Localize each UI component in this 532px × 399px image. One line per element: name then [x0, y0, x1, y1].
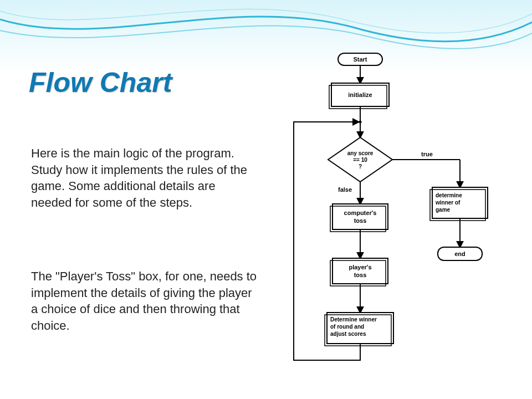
flowchart: Start initialize any score == 10 ?: [272, 50, 515, 382]
paragraph-2: The "Player's Toss" box, for one, needs …: [31, 268, 258, 334]
slide-title: Flow Chart: [29, 66, 172, 99]
label-true: true: [421, 151, 433, 157]
svg-point-7: [359, 121, 362, 124]
svg-text:?: ?: [359, 163, 362, 170]
svg-text:end: end: [454, 250, 466, 257]
paragraph-1: Here is the main logic of the program. S…: [31, 145, 258, 211]
node-start: Start: [338, 53, 382, 65]
node-determine-game: determine winner of game: [430, 187, 488, 221]
svg-text:Determine winner: Determine winner: [330, 316, 377, 323]
node-decision: any score == 10 ?: [328, 137, 392, 182]
svg-text:toss: toss: [354, 217, 367, 224]
svg-text:initialize: initialize: [348, 91, 372, 98]
node-initialize: initialize: [329, 83, 389, 109]
svg-text:winner of: winner of: [435, 200, 461, 206]
svg-text:game: game: [436, 207, 451, 213]
svg-text:adjust scores: adjust scores: [330, 331, 366, 337]
svg-text:player's: player's: [349, 264, 371, 270]
slide: Flow Chart Here is the main logic of the…: [0, 0, 532, 399]
node-computers-toss: computer's toss: [330, 204, 388, 232]
svg-text:any score: any score: [347, 150, 374, 156]
node-determine-round: Determine winner of round and adjust sco…: [325, 313, 393, 346]
svg-text:== 10: == 10: [353, 157, 367, 163]
svg-rect-15: [332, 204, 388, 229]
svg-text:computer's: computer's: [344, 209, 377, 216]
node-end: end: [438, 247, 482, 260]
svg-text:determine: determine: [436, 192, 462, 198]
svg-text:of round and: of round and: [330, 324, 364, 330]
svg-text:Start: Start: [353, 56, 367, 63]
label-false: false: [338, 186, 352, 193]
svg-rect-20: [332, 258, 388, 284]
node-players-toss: player's toss: [330, 258, 388, 286]
svg-text:toss: toss: [354, 272, 367, 278]
